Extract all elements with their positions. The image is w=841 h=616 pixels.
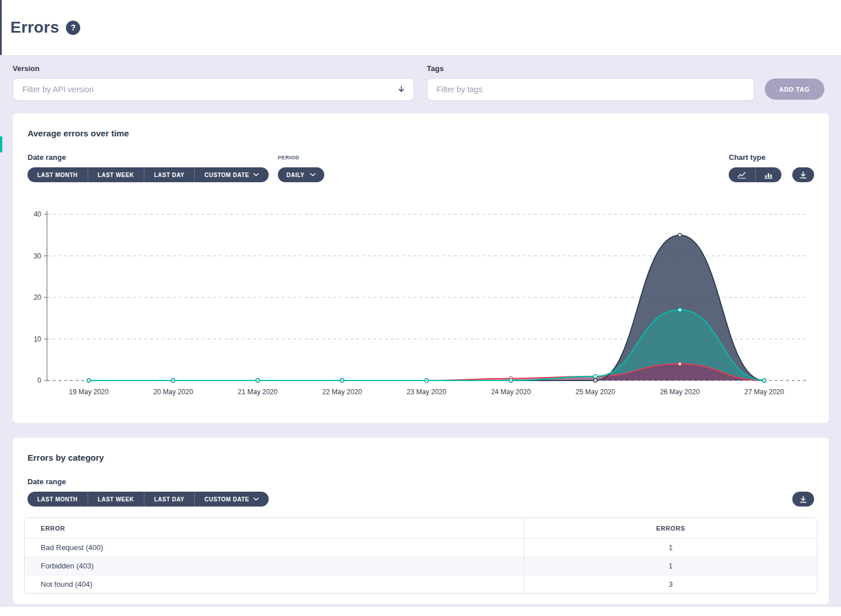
chevron-down-icon [253, 497, 259, 501]
help-icon[interactable]: ? [66, 21, 80, 35]
last-week-button[interactable]: LAST WEEK [88, 167, 144, 182]
errors-over-time-chart: 01020304019 May 202020 May 202021 May 20… [24, 205, 818, 410]
svg-text:20 May 2020: 20 May 2020 [154, 388, 194, 396]
period-select[interactable]: DAILY [278, 167, 324, 182]
average-errors-card: Average errors over time Date range LAST… [13, 113, 829, 423]
period-value: DAILY [286, 172, 305, 178]
column-header-error: ERROR [25, 518, 524, 539]
download-icon [799, 496, 807, 503]
last-day-button[interactable]: LAST DAY [144, 167, 194, 182]
svg-text:20: 20 [34, 293, 42, 301]
svg-text:27 May 2020: 27 May 2020 [744, 388, 784, 396]
table-row: Bad Request (400) 1 [25, 539, 817, 557]
svg-text:22 May 2020: 22 May 2020 [322, 388, 362, 396]
line-chart-type-button[interactable] [729, 167, 755, 182]
column-header-errors: ERRORS [524, 518, 817, 539]
chevron-down-icon [310, 173, 316, 176]
tags-label: Tags [427, 64, 754, 73]
card-title-average-errors: Average errors over time [27, 128, 818, 138]
arrow-down-icon[interactable] [397, 85, 406, 94]
version-filter-group: Version [13, 64, 414, 101]
chevron-down-icon [253, 173, 259, 176]
download-table-button[interactable] [792, 492, 814, 507]
svg-text:25 May 2020: 25 May 2020 [576, 388, 616, 396]
date-range-buttons: LAST MONTH LAST WEEK LAST DAY CUSTOM DAT… [27, 167, 269, 182]
version-label: Version [13, 64, 414, 73]
svg-text:30: 30 [34, 252, 42, 260]
last-month-button[interactable]: LAST MONTH [27, 167, 88, 182]
date-range-buttons: LAST MONTH LAST WEEK LAST DAY CUSTOM DAT… [27, 492, 269, 507]
error-count-cell: 1 [524, 539, 817, 557]
error-count-cell: 1 [524, 557, 817, 575]
svg-text:21 May 2020: 21 May 2020 [238, 388, 278, 396]
error-name-cell: Bad Request (400) [25, 539, 524, 557]
svg-text:24 May 2020: 24 May 2020 [491, 388, 531, 396]
svg-text:26 May 2020: 26 May 2020 [660, 388, 700, 396]
page-header: Errors ? [0, 0, 841, 55]
date-range-label: Date range [27, 477, 269, 486]
page-title: Errors [10, 18, 59, 37]
chart-type-label: Chart type [729, 153, 814, 162]
line-chart-icon [737, 171, 746, 179]
download-icon [799, 171, 807, 179]
bar-chart-type-button[interactable] [755, 167, 781, 182]
svg-text:23 May 2020: 23 May 2020 [407, 388, 447, 396]
svg-text:40: 40 [34, 210, 42, 218]
custom-date-button[interactable]: CUSTOM DATE [194, 492, 269, 507]
svg-text:19 May 2020: 19 May 2020 [69, 388, 109, 396]
error-count-cell: 3 [524, 575, 817, 593]
errors-by-category-table: ERROR ERRORS Bad Request (400) 1 Forbidd… [24, 517, 818, 594]
left-edge-bar [0, 0, 2, 55]
date-range-label: Date range [27, 153, 269, 162]
tags-filter-group: Tags [427, 64, 754, 101]
version-filter-input[interactable] [13, 78, 414, 101]
svg-text:10: 10 [34, 335, 42, 343]
custom-date-button[interactable]: CUSTOM DATE [194, 167, 269, 182]
errors-by-category-card: Errors by category Date range LAST MONTH… [13, 438, 829, 604]
last-month-button[interactable]: LAST MONTH [27, 492, 88, 507]
last-week-button[interactable]: LAST WEEK [88, 492, 144, 507]
svg-text:0: 0 [37, 376, 41, 384]
error-name-cell: Not found (404) [25, 575, 524, 593]
table-row: Forbidden (403) 1 [25, 557, 817, 575]
add-tag-button[interactable]: ADD TAG [765, 79, 824, 100]
footer-strip [0, 607, 841, 616]
left-edge-accent [0, 136, 2, 152]
tags-filter-input[interactable] [427, 78, 754, 101]
custom-date-label: CUSTOM DATE [205, 496, 249, 503]
last-day-button[interactable]: LAST DAY [144, 492, 194, 507]
chart-type-buttons [729, 167, 781, 182]
filter-bar: Version Tags ADD TAG [0, 55, 841, 113]
period-label: PERIOD [278, 155, 324, 160]
error-name-cell: Forbidden (403) [25, 557, 524, 575]
card-title-errors-by-category: Errors by category [27, 453, 818, 462]
custom-date-label: CUSTOM DATE [205, 172, 249, 178]
download-chart-button[interactable] [792, 167, 814, 182]
table-row: Not found (404) 3 [25, 575, 817, 593]
bar-chart-icon [764, 171, 773, 179]
